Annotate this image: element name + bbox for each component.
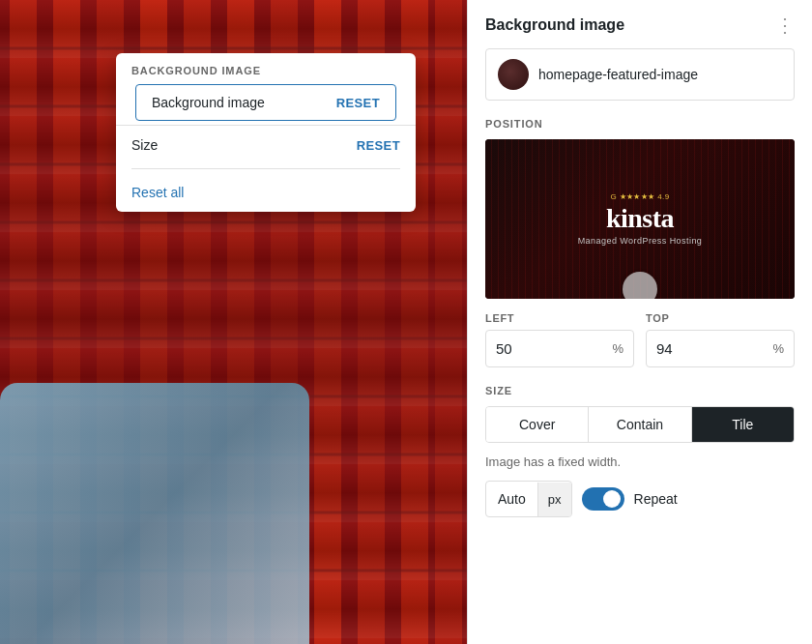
left-field-unit: % — [602, 341, 633, 356]
repeat-toggle[interactable] — [582, 487, 624, 511]
image-name: homepage-featured-image — [538, 67, 698, 82]
px-label: px — [537, 483, 571, 516]
top-field-unit: % — [763, 341, 794, 356]
left-field-label: LEFT — [485, 312, 634, 324]
left-panel: BACKGROUND IMAGE Background image RESET … — [0, 0, 467, 644]
top-field-wrap: % — [646, 330, 795, 367]
position-preview[interactable]: G ★★★★★ 4.9 kinsta Managed WordPress Hos… — [485, 139, 795, 299]
tile-option[interactable]: Tile — [691, 407, 794, 442]
svg-rect-11 — [435, 0, 462, 644]
top-field-input[interactable] — [647, 331, 763, 366]
size-section-label: SIZE — [485, 385, 795, 396]
reset-all-button[interactable]: Reset all — [116, 173, 416, 212]
left-field-input[interactable] — [486, 331, 602, 366]
position-label: POSITION — [485, 118, 795, 130]
contain-option[interactable]: Contain — [588, 407, 690, 442]
more-options-icon[interactable]: ⋮ — [775, 15, 795, 35]
cover-option[interactable]: Cover — [486, 407, 588, 442]
position-fields: LEFT % TOP % — [485, 312, 795, 367]
fixed-width-note: Image has a fixed width. — [485, 454, 795, 469]
panel-header: Background image ⋮ — [485, 15, 795, 35]
left-field-group: LEFT % — [485, 312, 634, 367]
kinsta-content: G ★★★★★ 4.9 kinsta Managed WordPress Hos… — [578, 192, 703, 246]
auto-label: Auto — [486, 482, 537, 516]
image-thumbnail — [498, 59, 529, 90]
size-row: Size RESET — [116, 125, 416, 164]
kinsta-badge: G ★★★★★ 4.9 — [578, 192, 703, 201]
position-section: POSITION G ★★★★★ 4.9 kinsta Managed Word… — [485, 118, 795, 367]
toggle-slider — [582, 487, 624, 511]
panel-title: Background image — [485, 16, 624, 34]
size-reset-button[interactable]: RESET — [357, 138, 400, 153]
size-label: Size — [131, 137, 158, 153]
kinsta-logo: kinsta — [578, 203, 703, 234]
background-image-row: Background image RESET — [135, 84, 396, 121]
auto-px-field: Auto px — [485, 481, 572, 517]
size-section: SIZE Cover Contain Tile Image has a fixe… — [485, 385, 795, 517]
kinsta-bg: G ★★★★★ 4.9 kinsta Managed WordPress Hos… — [485, 139, 795, 299]
position-handle[interactable] — [623, 272, 657, 299]
bg-image-reset-button[interactable]: RESET — [336, 96, 380, 110]
top-field-label: TOP — [646, 312, 795, 324]
right-panel: Background image ⋮ homepage-featured-ima… — [467, 0, 812, 644]
dropdown-popup: BACKGROUND IMAGE Background image RESET … — [116, 53, 416, 212]
popup-divider — [131, 168, 400, 169]
auto-px-row: Auto px Repeat — [485, 481, 795, 517]
left-field-wrap: % — [485, 330, 634, 367]
repeat-label: Repeat — [634, 491, 678, 507]
size-toggle: Cover Contain Tile — [485, 406, 795, 443]
image-selector[interactable]: homepage-featured-image — [485, 48, 795, 101]
top-field-group: TOP % — [646, 312, 795, 367]
bg-image-label: Background image — [152, 95, 265, 110]
repeat-toggle-wrap: Repeat — [582, 487, 678, 511]
blue-card — [0, 383, 309, 644]
kinsta-subtitle: Managed WordPress Hosting — [578, 236, 703, 246]
popup-header: BACKGROUND IMAGE — [116, 53, 416, 84]
